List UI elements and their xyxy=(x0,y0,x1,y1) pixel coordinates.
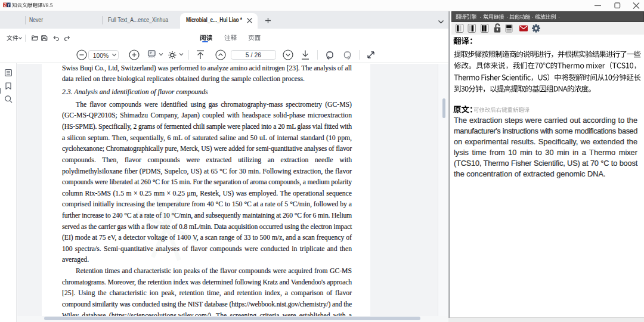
svg-text:100%: 100% xyxy=(93,52,109,59)
svg-text:5 / 26: 5 / 26 xyxy=(246,51,261,58)
